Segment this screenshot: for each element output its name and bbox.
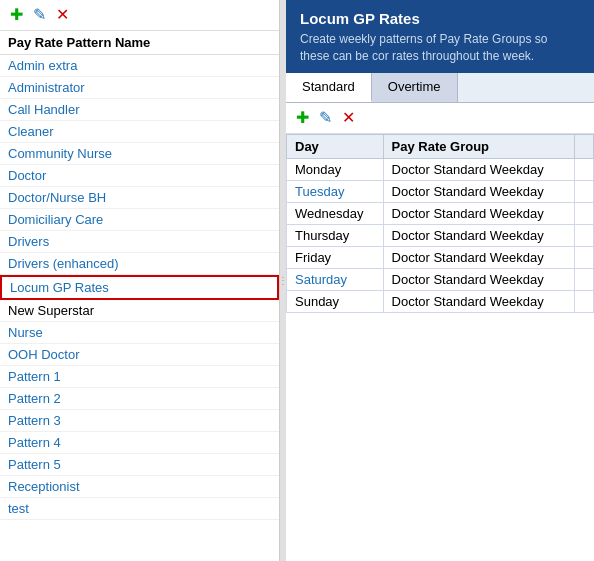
edit-button[interactable]: ✎ [31,6,48,24]
tab-overtime[interactable]: Overtime [372,73,458,102]
right-toolbar: ✚ ✎ ✕ [286,103,594,134]
empty-cell [574,224,593,246]
day-cell: Monday [287,158,384,180]
empty-cell [574,180,593,202]
list-item[interactable]: Community Nurse [0,143,279,165]
rate-cell: Doctor Standard Weekday [383,180,574,202]
right-panel-header: Locum GP Rates Create weekly patterns of… [286,0,594,73]
day-cell: Friday [287,246,384,268]
list-item[interactable]: Domiciliary Care [0,209,279,231]
list-item[interactable]: Pattern 4 [0,432,279,454]
tabs-bar: StandardOvertime [286,73,594,103]
list-item[interactable]: Receptionist [0,476,279,498]
table-row: MondayDoctor Standard Weekday [287,158,594,180]
add-button[interactable]: ✚ [8,6,25,24]
right-edit-button[interactable]: ✎ [317,109,334,127]
tab-standard[interactable]: Standard [286,73,372,102]
list-item[interactable]: Locum GP Rates [0,275,279,300]
empty-cell [574,246,593,268]
day-cell: Wednesday [287,202,384,224]
right-panel: Locum GP Rates Create weekly patterns of… [286,0,594,561]
rate-cell: Doctor Standard Weekday [383,158,574,180]
right-panel-title: Locum GP Rates [300,10,580,27]
rate-cell: Doctor Standard Weekday [383,224,574,246]
list-item[interactable]: OOH Doctor [0,344,279,366]
empty-cell [574,290,593,312]
list-item[interactable]: Cleaner [0,121,279,143]
list-item[interactable]: Doctor/Nurse BH [0,187,279,209]
table-header: Day [287,134,384,158]
list-item[interactable]: Administrator [0,77,279,99]
list-item[interactable]: Nurse [0,322,279,344]
table-row: SaturdayDoctor Standard Weekday [287,268,594,290]
empty-cell [574,158,593,180]
left-panel-header: Pay Rate Pattern Name [0,31,279,55]
list-item[interactable]: Pattern 1 [0,366,279,388]
empty-cell [574,268,593,290]
list-item[interactable]: Doctor [0,165,279,187]
day-cell: Thursday [287,224,384,246]
list-item[interactable]: Drivers (enhanced) [0,253,279,275]
table-header-empty [574,134,593,158]
table-row: TuesdayDoctor Standard Weekday [287,180,594,202]
list-item[interactable]: Drivers [0,231,279,253]
right-delete-button[interactable]: ✕ [340,109,357,127]
left-toolbar: ✚ ✎ ✕ [0,0,279,31]
list-item[interactable]: Pattern 2 [0,388,279,410]
day-cell: Saturday [287,268,384,290]
pay-rate-table: DayPay Rate Group MondayDoctor Standard … [286,134,594,313]
list-item[interactable]: Call Handler [0,99,279,121]
list-item[interactable]: test [0,498,279,520]
rate-cell: Doctor Standard Weekday [383,290,574,312]
rate-cell: Doctor Standard Weekday [383,246,574,268]
list-item[interactable]: Pattern 5 [0,454,279,476]
right-add-button[interactable]: ✚ [294,109,311,127]
table-row: SundayDoctor Standard Weekday [287,290,594,312]
rate-cell: Doctor Standard Weekday [383,268,574,290]
rate-cell: Doctor Standard Weekday [383,202,574,224]
table-row: WednesdayDoctor Standard Weekday [287,202,594,224]
left-panel: ✚ ✎ ✕ Pay Rate Pattern Name Admin extraA… [0,0,280,561]
table-row: FridayDoctor Standard Weekday [287,246,594,268]
list-item[interactable]: Admin extra [0,55,279,77]
empty-cell [574,202,593,224]
table-header: Pay Rate Group [383,134,574,158]
list-item[interactable]: New Superstar [0,300,279,322]
pay-rate-list: Admin extraAdministratorCall HandlerClea… [0,55,279,561]
list-item[interactable]: Pattern 3 [0,410,279,432]
right-panel-description: Create weekly patterns of Pay Rate Group… [300,31,580,65]
right-content: ✚ ✎ ✕ DayPay Rate Group MondayDoctor Sta… [286,103,594,561]
day-cell: Tuesday [287,180,384,202]
table-row: ThursdayDoctor Standard Weekday [287,224,594,246]
day-cell: Sunday [287,290,384,312]
delete-button[interactable]: ✕ [54,6,71,24]
